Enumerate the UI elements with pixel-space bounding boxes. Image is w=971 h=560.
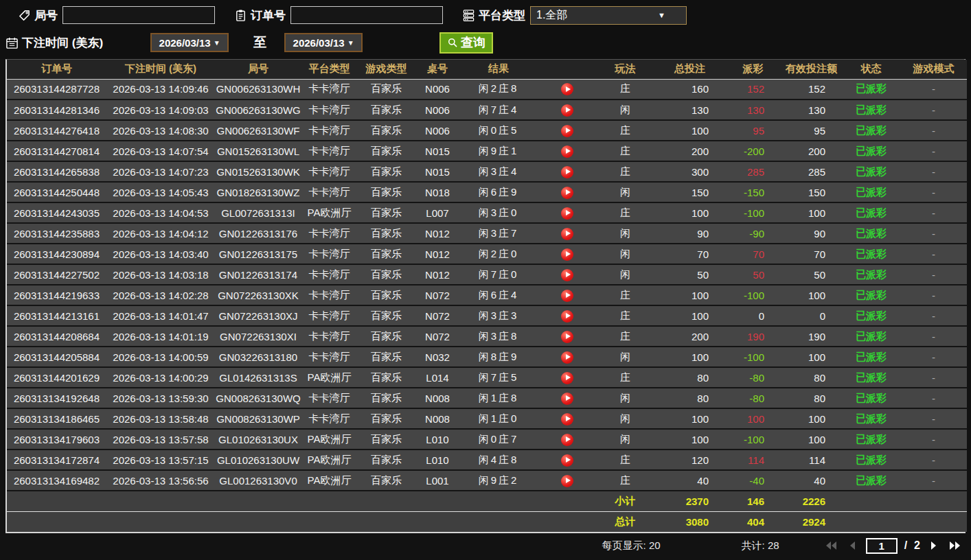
cell-table-no: N006	[415, 100, 459, 120]
play-video-icon[interactable]	[561, 248, 573, 261]
table-row: 2603131341926482026-03-13 13:59:30GN0082…	[7, 388, 967, 408]
table-row: 2603131442708142026-03-13 14:07:54GN0152…	[7, 141, 967, 161]
cell-total-bet: 100	[654, 120, 725, 141]
bet-time-group: 下注时间 (美东)	[5, 35, 108, 51]
order-filter-group: 订单号	[234, 6, 443, 24]
next-page-button[interactable]	[927, 540, 941, 551]
round-input[interactable]	[62, 6, 215, 24]
platform-select[interactable]: 1.全部	[530, 6, 687, 25]
subtotal-row: 小计 2370 146 2226	[7, 491, 967, 511]
cell-status: 已派彩	[842, 100, 900, 120]
cell-payout: -40	[725, 470, 781, 491]
cell-status: 已派彩	[842, 408, 900, 429]
cell-order-id: 260313144219633	[7, 285, 106, 305]
play-video-icon[interactable]	[561, 145, 573, 158]
table-row: 2603131442430352026-03-13 14:04:53GL0072…	[7, 202, 967, 223]
cell-table-no: N032	[415, 347, 459, 367]
cell-payout: -100	[725, 285, 781, 305]
cell-play: 庄	[596, 367, 654, 388]
cell-play: 庄	[596, 470, 654, 491]
cell-video	[538, 182, 596, 202]
cell-total-bet: 150	[654, 182, 725, 202]
column-header-play: 玩法	[596, 60, 654, 79]
cell-order-id: 260313134192648	[7, 388, 106, 408]
play-video-icon[interactable]	[561, 166, 573, 178]
search-button[interactable]: 查询	[439, 32, 493, 54]
page-separator: /	[904, 539, 907, 552]
cell-table-no: N006	[415, 79, 459, 100]
play-video-icon[interactable]	[561, 393, 573, 405]
cell-round-id: GL0142631313S	[215, 367, 301, 388]
play-video-icon[interactable]	[561, 413, 573, 425]
date-from-picker[interactable]: 2026/03/13	[150, 33, 229, 52]
play-video-icon[interactable]	[561, 83, 573, 95]
date-to-picker[interactable]: 2026/03/13	[284, 33, 363, 52]
cell-play: 庄	[596, 326, 654, 347]
total-pages-value: 2	[914, 539, 920, 552]
play-video-icon[interactable]	[561, 310, 573, 323]
cell-video	[538, 367, 596, 388]
cell-status: 已派彩	[842, 141, 900, 161]
play-video-icon[interactable]	[561, 434, 573, 446]
cell-status: 已派彩	[842, 470, 900, 491]
play-video-icon[interactable]	[561, 228, 573, 240]
order-input[interactable]	[290, 6, 443, 24]
play-video-icon[interactable]	[561, 125, 573, 137]
cell-round-id: GL001263130V0	[215, 470, 301, 491]
column-header-result: 结果	[459, 60, 538, 79]
play-video-icon[interactable]	[561, 290, 573, 302]
pagination-bar: 每页显示: 20 共计: 28 1 / 2	[5, 533, 966, 558]
table-row: 2603131442131612026-03-13 14:01:47GN0722…	[7, 305, 967, 326]
play-video-icon[interactable]	[561, 351, 573, 364]
cell-total-bet: 200	[654, 326, 725, 347]
cell-bet-time: 2026-03-13 13:57:58	[106, 429, 215, 450]
order-filter-label: 订单号	[251, 8, 286, 23]
cell-payout: 285	[725, 161, 781, 182]
cell-game-type: 百家乐	[357, 100, 415, 120]
cell-total-bet: 50	[654, 264, 725, 285]
cell-total-bet: 130	[654, 100, 725, 120]
play-video-icon[interactable]	[561, 104, 573, 117]
page-number-input[interactable]: 1	[866, 538, 898, 554]
cell-total-bet: 40	[654, 470, 725, 491]
cell-game-type: 百家乐	[357, 470, 415, 491]
cell-video	[538, 244, 596, 264]
round-filter-label: 局号	[34, 8, 58, 23]
play-video-icon[interactable]	[561, 187, 573, 199]
cell-round-id: GN015263130WK	[215, 161, 301, 182]
bet-records-table: 订单号 下注时间 (美东) 局号 平台类型 游戏类型 桌号 结果 玩法 总投注 …	[5, 59, 966, 533]
cell-total-bet: 80	[654, 367, 725, 388]
play-video-icon[interactable]	[561, 372, 573, 384]
cell-video	[538, 100, 596, 120]
cell-valid-bet: 285	[781, 161, 842, 182]
play-video-icon[interactable]	[561, 475, 573, 487]
cell-bet-time: 2026-03-13 14:07:23	[106, 161, 215, 182]
cell-table-no: L010	[415, 450, 459, 470]
cell-mode: -	[900, 347, 967, 367]
cell-valid-bet: 95	[781, 120, 842, 141]
last-page-button[interactable]	[948, 540, 961, 551]
cell-table-no: N018	[415, 182, 459, 202]
play-video-icon[interactable]	[561, 454, 573, 467]
play-video-icon[interactable]	[561, 331, 573, 343]
first-page-button[interactable]	[825, 540, 838, 551]
cell-platform: PA欧洲厅	[301, 450, 357, 470]
cell-round-id: GN072263130XK	[215, 285, 301, 305]
cell-bet-time: 2026-03-13 14:03:40	[106, 244, 215, 264]
cell-video	[538, 285, 596, 305]
prev-page-button[interactable]	[845, 540, 859, 551]
cell-video	[538, 120, 596, 141]
cell-bet-time: 2026-03-13 13:59:30	[106, 388, 215, 408]
cell-table-no: L010	[415, 429, 459, 450]
cell-round-id: GN03226313180	[215, 347, 301, 367]
play-video-icon[interactable]	[561, 207, 573, 220]
table-row: 2603131442308942026-03-13 14:03:40GN0122…	[7, 244, 967, 264]
cell-platform: 卡卡湾厅	[301, 182, 357, 202]
column-header-valid-bet: 有效投注额	[781, 60, 842, 79]
cell-play: 闲	[596, 264, 654, 285]
cell-order-id: 260313144265838	[7, 161, 106, 182]
cell-game-type: 百家乐	[357, 182, 415, 202]
cell-platform: 卡卡湾厅	[301, 223, 357, 244]
cell-payout: 70	[725, 244, 781, 264]
play-video-icon[interactable]	[561, 269, 573, 281]
